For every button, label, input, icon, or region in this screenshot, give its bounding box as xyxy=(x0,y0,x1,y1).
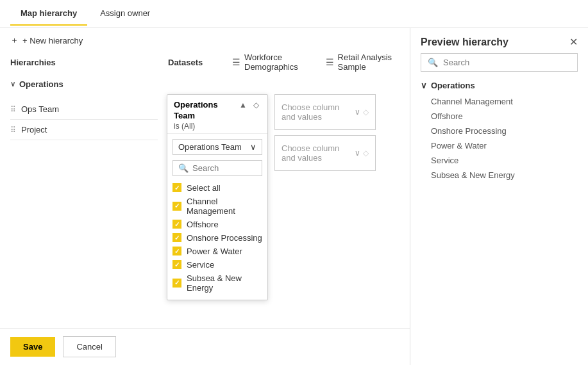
operations-label: Operations xyxy=(19,79,63,89)
main-container: ＋ + New hierarchy Hierarchies Datasets ☰… xyxy=(0,28,588,365)
filter-option-service[interactable]: Service xyxy=(172,258,262,272)
choose-card-2[interactable]: Choose column and values ∨ ◇ xyxy=(274,135,376,171)
chevron-down-icon-dropdown: ∨ xyxy=(250,142,256,152)
filter-option-offshore[interactable]: Offshore xyxy=(172,218,262,231)
hierarchy-item-ops-team: ⠿ Ops Team xyxy=(10,99,158,120)
diamond-icon-card1[interactable]: ◇ xyxy=(363,108,369,117)
filter-option-label-channel: Channel Management xyxy=(187,197,262,216)
filter-option-label-subsea: Subsea & New Energy xyxy=(187,273,262,293)
checkbox-offshore[interactable] xyxy=(172,220,181,229)
choose-card-1-actions: ∨ ◇ xyxy=(355,108,369,117)
checkbox-service[interactable] xyxy=(172,260,181,269)
plus-icon: ＋ xyxy=(10,35,19,46)
top-area: Hierarchies Datasets ☰ Workforce Demogra… xyxy=(0,53,410,72)
search-icon-preview: 🔍 xyxy=(428,58,438,67)
hierarchy-content: ⠿ Ops Team ⠿ Project Operations Team is … xyxy=(0,94,410,145)
preview-header: Preview hierarchy ✕ xyxy=(410,28,588,53)
filter-option-label-onshore: Onshore Processing xyxy=(187,233,262,243)
dataset-label-1: Workforce Demographics xyxy=(244,53,308,72)
choose-card-label-2: Choose column and values xyxy=(281,143,355,163)
filter-option-label-offshore: Offshore xyxy=(187,220,219,229)
tree-item-channel: Channel Management xyxy=(421,94,578,109)
filter-popup-header: Operations Team is (All) ▲ ◇ xyxy=(167,95,267,134)
hierarchy-items-list: ⠿ Ops Team ⠿ Project xyxy=(10,99,158,140)
dataset-label-2: Retail Analysis Sample xyxy=(338,53,394,72)
search-icon-filter: 🔍 xyxy=(178,163,189,173)
filter-popup: Operations Team is (All) ▲ ◇ Operations … xyxy=(167,94,268,300)
tree-item-onshore: Onshore Processing xyxy=(421,124,578,138)
chevron-down-icon-card1[interactable]: ∨ xyxy=(355,108,360,117)
left-panel: ＋ + New hierarchy Hierarchies Datasets ☰… xyxy=(0,28,410,365)
dataset-retail: ☰ Retail Analysis Sample xyxy=(326,53,394,72)
choose-card-1[interactable]: Choose column and values ∨ ◇ xyxy=(274,94,376,130)
tab-assign-owner[interactable]: Assign owner xyxy=(90,2,160,26)
filter-column-dropdown[interactable]: Operations Team ∨ xyxy=(172,139,262,155)
save-button[interactable]: Save xyxy=(10,337,55,357)
filter-option-channel[interactable]: Channel Management xyxy=(172,195,262,218)
filter-option-select-all[interactable]: Select all xyxy=(172,181,262,195)
filter-search-input[interactable] xyxy=(192,163,256,173)
filter-option-label-select-all: Select all xyxy=(187,183,221,193)
drag-handle-1[interactable]: ⠿ xyxy=(10,105,16,114)
choose-card-2-actions: ∨ ◇ xyxy=(355,149,369,158)
choose-columns-area: Choose column and values ∨ ◇ Choose colu… xyxy=(274,94,376,171)
checkbox-channel[interactable] xyxy=(172,202,181,211)
hierarchies-label: Hierarchies xyxy=(10,58,158,67)
close-icon[interactable]: ✕ xyxy=(569,36,578,48)
choose-card-label-1: Choose column and values xyxy=(281,102,355,122)
filter-options-list: Select all Channel Management Offshore xyxy=(167,179,267,300)
new-hierarchy-label: + New hierarchy xyxy=(22,36,83,45)
preview-search-box: 🔍 xyxy=(421,53,578,72)
tree-section-label: Operations xyxy=(431,81,475,90)
filter-move-up-icon[interactable]: ▲ xyxy=(237,100,249,110)
filter-close-icon[interactable]: ◇ xyxy=(251,100,261,110)
footer: Save Cancel xyxy=(0,328,410,365)
tree-item-service: Service xyxy=(421,153,578,168)
filter-option-onshore[interactable]: Onshore Processing xyxy=(172,231,262,245)
hierarchy-item-label-2: Project xyxy=(21,125,47,134)
filter-popup-actions: ▲ ◇ xyxy=(237,100,261,110)
dataset-workforce: ☰ Workforce Demographics xyxy=(232,53,308,72)
filter-option-label-service: Service xyxy=(187,260,214,270)
new-hierarchy-button[interactable]: ＋ + New hierarchy xyxy=(0,28,410,53)
checkbox-subsea[interactable] xyxy=(172,279,181,288)
hierarchy-item-label-1: Ops Team xyxy=(21,104,59,114)
datasets-label: Datasets xyxy=(168,58,219,67)
right-panel: Preview hierarchy ✕ 🔍 ∨ Operations Chann… xyxy=(410,28,588,365)
preview-tree: ∨ Operations Channel Management Offshore… xyxy=(410,77,588,365)
filter-dropdown-value: Operations Team xyxy=(178,142,242,152)
preview-search-input[interactable] xyxy=(443,58,571,67)
dataset-icon-1: ☰ xyxy=(232,57,240,67)
tree-item-offshore: Offshore xyxy=(421,109,578,124)
filter-option-power[interactable]: Power & Water xyxy=(172,245,262,258)
checkbox-select-all[interactable] xyxy=(172,183,181,192)
chevron-down-icon: ∨ xyxy=(10,80,15,88)
preview-title: Preview hierarchy xyxy=(421,36,508,48)
checkbox-onshore[interactable] xyxy=(172,233,181,242)
filter-popup-title-block: Operations Team is (All) xyxy=(174,100,237,131)
tree-item-subsea: Subsea & New Energy xyxy=(421,168,578,182)
chevron-down-icon-card2[interactable]: ∨ xyxy=(355,149,360,158)
dataset-icon-2: ☰ xyxy=(326,57,334,67)
diamond-icon-card2[interactable]: ◇ xyxy=(363,149,369,158)
filter-popup-title: Operations Team xyxy=(174,100,237,122)
operations-section-header[interactable]: ∨ Operations xyxy=(0,74,410,94)
filter-option-subsea[interactable]: Subsea & New Energy xyxy=(172,272,262,295)
tab-map-hierarchy[interactable]: Map hierarchy xyxy=(10,2,87,26)
tree-section-operations[interactable]: ∨ Operations xyxy=(421,77,578,94)
drag-handle-2[interactable]: ⠿ xyxy=(10,126,16,134)
filter-option-label-power: Power & Water xyxy=(187,247,242,256)
chevron-down-icon-tree: ∨ xyxy=(421,81,427,90)
hierarchy-item-project: ⠿ Project xyxy=(10,120,158,140)
tree-item-power: Power & Water xyxy=(421,138,578,153)
hierarchies-section: ∨ Operations ⠿ Ops Team ⠿ Project xyxy=(0,74,410,328)
checkbox-power[interactable] xyxy=(172,247,181,256)
filter-popup-subtitle: is (All) xyxy=(174,122,237,131)
cancel-button[interactable]: Cancel xyxy=(63,336,115,357)
filter-search-box: 🔍 xyxy=(172,160,262,176)
header-tabs: Map hierarchy Assign owner xyxy=(0,0,588,28)
